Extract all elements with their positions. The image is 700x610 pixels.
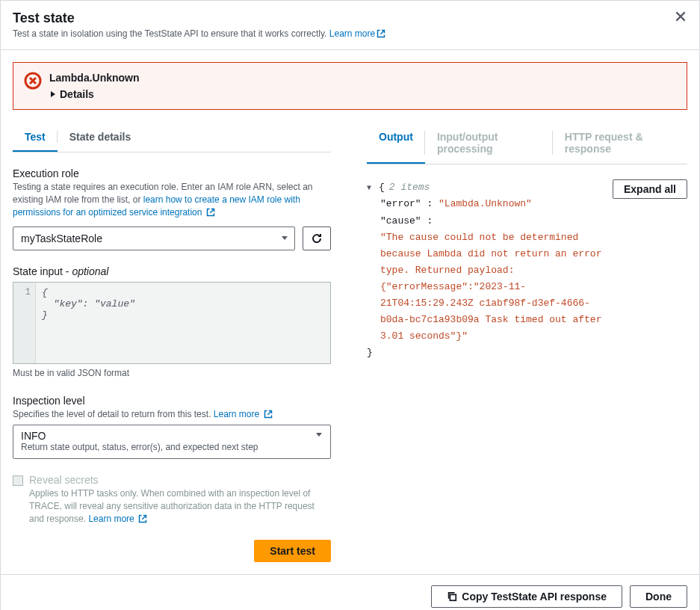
start-test-button[interactable]: Start test (254, 540, 331, 562)
refresh-icon (311, 232, 323, 244)
tab-test[interactable]: Test (13, 123, 58, 152)
tab-io-processing: Input/output processing (425, 123, 553, 164)
json-items-count: 2 items (389, 179, 430, 196)
close-button[interactable] (674, 10, 689, 25)
external-link-icon (377, 29, 385, 38)
inspection-level-help: Specifies the level of detail to return … (13, 408, 331, 421)
dialog-header: Test state Test a state in isolation usi… (1, 1, 699, 50)
json-error-value: "Lambda.Unknown" (439, 198, 532, 209)
chevron-down-icon (281, 235, 288, 242)
inspection-level-select[interactable]: INFO Return state output, status, error(… (13, 425, 331, 459)
execution-role-help: Testing a state requires an execution ro… (13, 181, 331, 218)
external-link-icon (138, 514, 147, 523)
code-content[interactable]: { "key": "value" } (36, 283, 330, 363)
alert-title: Lambda.Unknown (49, 72, 140, 84)
copy-icon (447, 591, 457, 602)
state-input-block: State input - optional 1 { "key": "value… (13, 265, 331, 380)
tab-state-details[interactable]: State details (58, 123, 143, 152)
execution-role-block: Execution role Testing a state requires … (13, 167, 331, 250)
reveal-secrets-block: Reveal secrets Applies to HTTP tasks onl… (13, 474, 331, 525)
inspection-value: INFO (21, 430, 308, 442)
copy-button-label: Copy TestState API response (462, 591, 607, 603)
state-input-label: State input - optional (13, 265, 331, 277)
json-cause-key: "cause" (380, 215, 421, 227)
code-gutter: 1 (13, 283, 36, 363)
subtitle-text: Test a state in isolation using the Test… (13, 28, 329, 39)
execution-role-label: Execution role (13, 167, 331, 179)
external-link-icon (206, 208, 215, 217)
learn-more-link[interactable]: Learn more (329, 28, 385, 39)
copy-response-button[interactable]: Copy TestState API response (431, 585, 622, 608)
expand-all-button[interactable]: Expand all (613, 179, 687, 199)
done-button[interactable]: Done (630, 585, 687, 608)
error-alert: Lambda.Unknown Details (13, 62, 687, 110)
reveal-learn-more-link[interactable]: Learn more (88, 514, 147, 524)
inspection-level-label: Inspection level (13, 395, 331, 407)
output-json-view: ▼ { 2 items "error" : "Lambda.Unknown" "… (367, 179, 613, 361)
dialog-title: Test state (13, 10, 687, 27)
reveal-secrets-label: Reveal secrets (29, 474, 331, 486)
reveal-secrets-checkbox (13, 475, 23, 486)
inspection-learn-more-link[interactable]: Learn more (214, 409, 273, 419)
test-state-dialog: Test state Test a state in isolation usi… (0, 0, 700, 610)
json-collapse-toggle[interactable]: ▼ (367, 179, 379, 196)
json-cause-value: "The cause could not be determined becau… (380, 232, 601, 342)
alert-details-toggle[interactable]: Details (49, 88, 140, 100)
json-error-key: "error" (380, 198, 421, 209)
refresh-button[interactable] (303, 227, 331, 250)
reveal-secrets-help: Applies to HTTP tasks only. When combine… (29, 487, 331, 525)
dialog-subtitle: Test a state in isolation using the Test… (13, 28, 687, 39)
dialog-footer: Copy TestState API response Done (1, 574, 699, 610)
caret-right-icon (49, 90, 57, 98)
inspection-desc: Return state output, status, error(s), a… (21, 442, 308, 454)
state-input-hint: Must be in valid JSON format (13, 367, 331, 380)
left-tabs: Test State details (13, 123, 331, 152)
chevron-down-icon (315, 431, 323, 439)
svg-rect-1 (450, 595, 456, 601)
inspection-level-block: Inspection level Specifies the level of … (13, 395, 331, 459)
external-link-icon (264, 410, 273, 419)
tab-http: HTTP request & response (553, 123, 687, 164)
right-tabs: Output Input/output processing HTTP requ… (367, 123, 687, 164)
execution-role-value: myTaskStateRole (21, 232, 102, 244)
state-input-editor[interactable]: 1 { "key": "value" } (13, 282, 331, 364)
error-icon (24, 72, 42, 90)
execution-role-select[interactable]: myTaskStateRole (13, 227, 295, 250)
tab-output[interactable]: Output (367, 123, 425, 164)
details-label: Details (60, 88, 94, 100)
